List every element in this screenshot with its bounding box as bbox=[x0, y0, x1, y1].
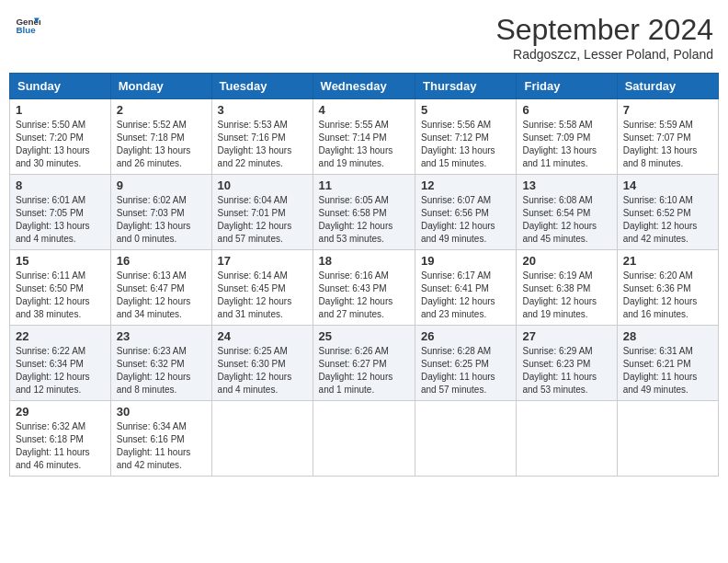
day-info: Sunrise: 6:25 AM Sunset: 6:30 PM Dayligh… bbox=[218, 345, 307, 396]
weekday-header-friday: Friday bbox=[517, 74, 617, 99]
calendar-cell: 3Sunrise: 5:53 AM Sunset: 7:16 PM Daylig… bbox=[211, 99, 313, 175]
day-info: Sunrise: 5:58 AM Sunset: 7:09 PM Dayligh… bbox=[522, 119, 610, 170]
calendar-cell: 12Sunrise: 6:07 AM Sunset: 6:56 PM Dayli… bbox=[415, 175, 517, 250]
calendar-cell: 8Sunrise: 6:01 AM Sunset: 7:05 PM Daylig… bbox=[10, 175, 111, 250]
day-info: Sunrise: 6:08 AM Sunset: 6:54 PM Dayligh… bbox=[522, 194, 610, 246]
day-number: 20 bbox=[522, 254, 610, 268]
calendar-cell: 16Sunrise: 6:13 AM Sunset: 6:47 PM Dayli… bbox=[110, 250, 211, 326]
calendar-cell: 29Sunrise: 6:32 AM Sunset: 6:18 PM Dayli… bbox=[10, 401, 111, 477]
calendar-cell: 2Sunrise: 5:52 AM Sunset: 7:18 PM Daylig… bbox=[110, 99, 211, 175]
day-number: 28 bbox=[623, 329, 712, 343]
day-info: Sunrise: 6:16 AM Sunset: 6:43 PM Dayligh… bbox=[319, 270, 409, 321]
day-number: 10 bbox=[218, 178, 307, 192]
day-info: Sunrise: 5:52 AM Sunset: 7:18 PM Dayligh… bbox=[117, 119, 206, 170]
day-info: Sunrise: 6:20 AM Sunset: 6:36 PM Dayligh… bbox=[623, 270, 712, 321]
day-number: 29 bbox=[16, 405, 105, 419]
calendar-cell: 23Sunrise: 6:23 AM Sunset: 6:32 PM Dayli… bbox=[110, 326, 211, 401]
calendar-cell bbox=[313, 401, 415, 477]
day-info: Sunrise: 6:07 AM Sunset: 6:56 PM Dayligh… bbox=[421, 194, 510, 246]
weekday-header-wednesday: Wednesday bbox=[313, 74, 415, 99]
day-number: 24 bbox=[218, 329, 307, 343]
month-title: September 2024 bbox=[495, 13, 713, 47]
day-number: 7 bbox=[623, 103, 712, 117]
weekday-header-sunday: Sunday bbox=[10, 74, 111, 99]
calendar-week-3: 15Sunrise: 6:11 AM Sunset: 6:50 PM Dayli… bbox=[10, 250, 719, 326]
weekday-header-thursday: Thursday bbox=[415, 74, 517, 99]
calendar-cell: 25Sunrise: 6:26 AM Sunset: 6:27 PM Dayli… bbox=[313, 326, 415, 401]
calendar-cell: 28Sunrise: 6:31 AM Sunset: 6:21 PM Dayli… bbox=[617, 326, 718, 401]
day-info: Sunrise: 6:05 AM Sunset: 6:58 PM Dayligh… bbox=[319, 194, 409, 246]
calendar-cell: 22Sunrise: 6:22 AM Sunset: 6:34 PM Dayli… bbox=[10, 326, 111, 401]
page-header: General Blue September 2024 Radgoszcz, L… bbox=[9, 9, 719, 65]
day-number: 11 bbox=[319, 178, 409, 192]
calendar-table: SundayMondayTuesdayWednesdayThursdayFrid… bbox=[9, 73, 719, 477]
weekday-header-saturday: Saturday bbox=[617, 74, 718, 99]
day-info: Sunrise: 6:34 AM Sunset: 6:16 PM Dayligh… bbox=[117, 420, 206, 472]
logo: General Blue bbox=[15, 13, 40, 39]
day-info: Sunrise: 6:14 AM Sunset: 6:45 PM Dayligh… bbox=[218, 270, 307, 321]
day-number: 14 bbox=[623, 178, 712, 192]
calendar-cell: 18Sunrise: 6:16 AM Sunset: 6:43 PM Dayli… bbox=[313, 250, 415, 326]
day-number: 12 bbox=[421, 178, 510, 192]
calendar-cell: 21Sunrise: 6:20 AM Sunset: 6:36 PM Dayli… bbox=[617, 250, 718, 326]
day-number: 16 bbox=[117, 254, 206, 268]
logo-icon: General Blue bbox=[15, 13, 40, 39]
day-number: 1 bbox=[16, 103, 105, 117]
svg-text:Blue: Blue bbox=[16, 25, 36, 35]
calendar-cell bbox=[517, 401, 617, 477]
day-number: 3 bbox=[218, 103, 307, 117]
calendar-cell: 15Sunrise: 6:11 AM Sunset: 6:50 PM Dayli… bbox=[10, 250, 111, 326]
calendar-cell: 11Sunrise: 6:05 AM Sunset: 6:58 PM Dayli… bbox=[313, 175, 415, 250]
day-number: 5 bbox=[421, 103, 510, 117]
weekday-header-row: SundayMondayTuesdayWednesdayThursdayFrid… bbox=[10, 74, 719, 99]
calendar-cell: 7Sunrise: 5:59 AM Sunset: 7:07 PM Daylig… bbox=[617, 99, 718, 175]
calendar-week-2: 8Sunrise: 6:01 AM Sunset: 7:05 PM Daylig… bbox=[10, 175, 719, 250]
day-info: Sunrise: 6:04 AM Sunset: 7:01 PM Dayligh… bbox=[218, 194, 307, 246]
calendar-cell: 5Sunrise: 5:56 AM Sunset: 7:12 PM Daylig… bbox=[415, 99, 517, 175]
calendar-week-1: 1Sunrise: 5:50 AM Sunset: 7:20 PM Daylig… bbox=[10, 99, 719, 175]
day-info: Sunrise: 6:26 AM Sunset: 6:27 PM Dayligh… bbox=[319, 345, 409, 396]
day-info: Sunrise: 6:10 AM Sunset: 6:52 PM Dayligh… bbox=[623, 194, 712, 246]
day-info: Sunrise: 6:22 AM Sunset: 6:34 PM Dayligh… bbox=[16, 345, 105, 396]
day-number: 19 bbox=[421, 254, 510, 268]
day-info: Sunrise: 5:56 AM Sunset: 7:12 PM Dayligh… bbox=[421, 119, 510, 170]
day-info: Sunrise: 6:23 AM Sunset: 6:32 PM Dayligh… bbox=[117, 345, 206, 396]
day-number: 8 bbox=[16, 178, 105, 192]
day-info: Sunrise: 6:31 AM Sunset: 6:21 PM Dayligh… bbox=[623, 345, 712, 396]
day-info: Sunrise: 6:32 AM Sunset: 6:18 PM Dayligh… bbox=[16, 420, 105, 472]
day-info: Sunrise: 5:59 AM Sunset: 7:07 PM Dayligh… bbox=[623, 119, 712, 170]
day-number: 6 bbox=[522, 103, 610, 117]
weekday-header-tuesday: Tuesday bbox=[211, 74, 313, 99]
day-number: 21 bbox=[623, 254, 712, 268]
title-area: September 2024 Radgoszcz, Lesser Poland,… bbox=[495, 13, 713, 62]
day-info: Sunrise: 6:29 AM Sunset: 6:23 PM Dayligh… bbox=[522, 345, 610, 396]
calendar-cell: 14Sunrise: 6:10 AM Sunset: 6:52 PM Dayli… bbox=[617, 175, 718, 250]
day-number: 22 bbox=[16, 329, 105, 343]
calendar-cell: 1Sunrise: 5:50 AM Sunset: 7:20 PM Daylig… bbox=[10, 99, 111, 175]
calendar-cell: 19Sunrise: 6:17 AM Sunset: 6:41 PM Dayli… bbox=[415, 250, 517, 326]
day-number: 25 bbox=[319, 329, 409, 343]
calendar-cell bbox=[211, 401, 313, 477]
day-number: 17 bbox=[218, 254, 307, 268]
calendar-cell: 30Sunrise: 6:34 AM Sunset: 6:16 PM Dayli… bbox=[110, 401, 211, 477]
day-info: Sunrise: 6:02 AM Sunset: 7:03 PM Dayligh… bbox=[117, 194, 206, 246]
weekday-header-monday: Monday bbox=[110, 74, 211, 99]
day-info: Sunrise: 6:01 AM Sunset: 7:05 PM Dayligh… bbox=[16, 194, 105, 246]
day-number: 4 bbox=[319, 103, 409, 117]
day-info: Sunrise: 6:11 AM Sunset: 6:50 PM Dayligh… bbox=[16, 270, 105, 321]
location-label: Radgoszcz, Lesser Poland, Poland bbox=[495, 47, 713, 62]
day-number: 27 bbox=[522, 329, 610, 343]
day-number: 13 bbox=[522, 178, 610, 192]
calendar-cell: 20Sunrise: 6:19 AM Sunset: 6:38 PM Dayli… bbox=[517, 250, 617, 326]
day-info: Sunrise: 6:17 AM Sunset: 6:41 PM Dayligh… bbox=[421, 270, 510, 321]
day-number: 26 bbox=[421, 329, 510, 343]
day-info: Sunrise: 6:13 AM Sunset: 6:47 PM Dayligh… bbox=[117, 270, 206, 321]
day-info: Sunrise: 5:55 AM Sunset: 7:14 PM Dayligh… bbox=[319, 119, 409, 170]
day-number: 9 bbox=[117, 178, 206, 192]
day-info: Sunrise: 5:50 AM Sunset: 7:20 PM Dayligh… bbox=[16, 119, 105, 170]
calendar-cell: 10Sunrise: 6:04 AM Sunset: 7:01 PM Dayli… bbox=[211, 175, 313, 250]
calendar-cell bbox=[617, 401, 718, 477]
calendar-cell: 27Sunrise: 6:29 AM Sunset: 6:23 PM Dayli… bbox=[517, 326, 617, 401]
calendar-cell: 24Sunrise: 6:25 AM Sunset: 6:30 PM Dayli… bbox=[211, 326, 313, 401]
calendar-cell bbox=[415, 401, 517, 477]
